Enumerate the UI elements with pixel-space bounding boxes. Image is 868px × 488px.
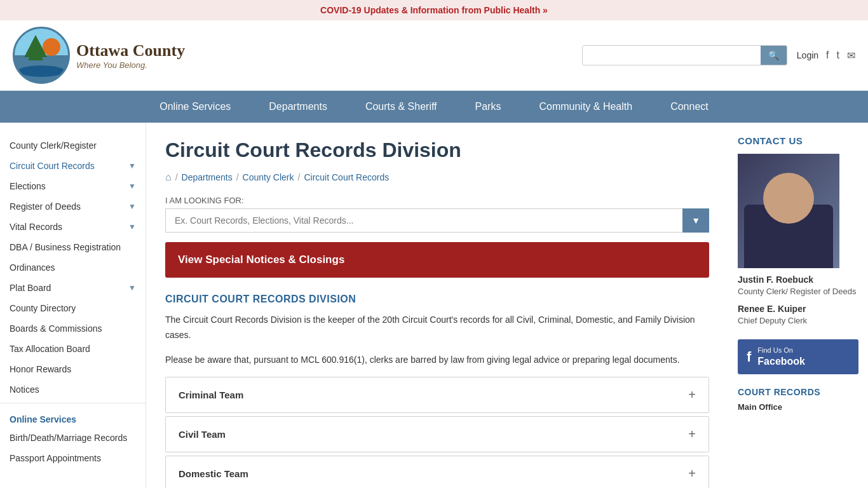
breadcrumb-departments[interactable]: Departments bbox=[182, 172, 233, 182]
nav-connect[interactable]: Connect bbox=[651, 91, 728, 123]
accordion-domestic-title: Domestic Team bbox=[179, 468, 248, 479]
sidebar-divider bbox=[0, 403, 146, 403]
logo-wave-icon bbox=[18, 65, 65, 77]
accordion-criminal-header[interactable]: Criminal Team + bbox=[166, 377, 709, 412]
site-tagline: Where You Belong. bbox=[76, 60, 185, 70]
breadcrumb-sep-1: / bbox=[175, 172, 178, 182]
site-name: Ottawa County bbox=[76, 41, 185, 60]
search-widget-dropdown-btn[interactable]: ▼ bbox=[682, 208, 709, 233]
sidebar-item-plat-board[interactable]: Plat Board ▼ bbox=[0, 278, 146, 298]
breadcrumb-home-icon[interactable]: ⌂ bbox=[165, 172, 172, 183]
breadcrumb-county-clerk[interactable]: County Clerk bbox=[243, 172, 294, 182]
right-sidebar: CONTACT US Justin F. Roebuck County Cler… bbox=[728, 123, 868, 488]
top-banner: COVID-19 Updates & Information from Publ… bbox=[0, 0, 868, 20]
sidebar-arrow-vital: ▼ bbox=[128, 222, 136, 231]
facebook-f-icon: f bbox=[747, 349, 751, 365]
header: Ottawa County Where You Belong. 🔍 Login … bbox=[0, 20, 868, 91]
logo-tree-icon bbox=[24, 35, 47, 57]
page-title: Circuit Court Records Division bbox=[165, 139, 709, 162]
main-nav: Online Services Departments Courts & She… bbox=[0, 91, 868, 123]
facebook-find-us-label: Find Us On bbox=[757, 346, 805, 355]
sidebar-item-county-clerk[interactable]: County Clerk/Register bbox=[0, 135, 146, 156]
search-widget-row: ▼ bbox=[165, 208, 709, 233]
search-widget-input[interactable] bbox=[165, 208, 682, 233]
header-actions: Login f t ✉ bbox=[797, 50, 855, 62]
facebook-icon[interactable]: f bbox=[826, 50, 829, 61]
header-right: 🔍 Login f t ✉ bbox=[582, 45, 855, 65]
accordion-criminal-title: Criminal Team bbox=[179, 390, 243, 400]
sidebar-arrow-elections: ▼ bbox=[128, 182, 136, 191]
accordion-civil[interactable]: Civil Team + bbox=[165, 416, 709, 452]
header-search-button[interactable]: 🔍 bbox=[761, 46, 787, 65]
sidebar-item-tax-allocation[interactable]: Tax Allocation Board bbox=[0, 339, 146, 359]
search-widget-label: I AM LOOKING FOR: bbox=[165, 196, 709, 205]
sidebar-item-honor-rewards[interactable]: Honor Rewards bbox=[0, 359, 146, 379]
accordion-civil-title: Civil Team bbox=[179, 429, 226, 440]
nav-departments[interactable]: Departments bbox=[250, 91, 346, 123]
contact-head-shape bbox=[763, 173, 814, 224]
sidebar-online-services-title: Online Services bbox=[0, 407, 146, 428]
breadcrumb-sep-2: / bbox=[236, 172, 239, 182]
accordion-civil-header[interactable]: Civil Team + bbox=[166, 417, 709, 452]
breadcrumb: ⌂ / Departments / County Clerk / Circuit… bbox=[165, 172, 709, 183]
contact-name-2: Renee E. Kuiper bbox=[738, 304, 858, 314]
nav-community-health[interactable]: Community & Health bbox=[520, 91, 651, 123]
twitter-icon[interactable]: t bbox=[837, 50, 839, 61]
sidebar-arrow-deeds: ▼ bbox=[128, 202, 136, 211]
logo-area: Ottawa County Where You Belong. bbox=[13, 27, 185, 84]
sidebar-item-county-directory[interactable]: County Directory bbox=[0, 298, 146, 318]
contact-title: CONTACT US bbox=[738, 135, 858, 146]
sidebar-arrow-circuit: ▼ bbox=[128, 161, 136, 170]
court-records-title: Court Records bbox=[738, 387, 858, 397]
sidebar-item-birth-records[interactable]: Birth/Death/Marriage Records bbox=[0, 428, 146, 448]
sidebar-item-register-deeds[interactable]: Register of Deeds ▼ bbox=[0, 196, 146, 217]
header-search-input[interactable] bbox=[583, 46, 761, 65]
search-widget: I AM LOOKING FOR: ▼ bbox=[165, 196, 709, 233]
contact-photo bbox=[738, 154, 839, 268]
section-heading: CIRCUIT COURT RECORDS DIVISION bbox=[165, 294, 709, 305]
contact-section: CONTACT US Justin F. Roebuck County Cler… bbox=[738, 135, 858, 327]
accordion-criminal[interactable]: Criminal Team + bbox=[165, 377, 709, 413]
left-sidebar: County Clerk/Register Circuit Court Reco… bbox=[0, 123, 146, 488]
contact-role-1: County Clerk/ Register of Deeds bbox=[738, 286, 858, 297]
facebook-box[interactable]: f Find Us On Facebook bbox=[738, 339, 858, 374]
sidebar-item-elections[interactable]: Elections ▼ bbox=[0, 176, 146, 196]
breadcrumb-sep-3: / bbox=[298, 172, 301, 182]
logo-text: Ottawa County Where You Belong. bbox=[76, 41, 185, 70]
contact-role-2: Chief Deputy Clerk bbox=[738, 315, 858, 327]
main-layout: County Clerk/Register Circuit Court Reco… bbox=[0, 123, 868, 488]
header-search-form: 🔍 bbox=[582, 45, 787, 65]
accordion-civil-plus-icon: + bbox=[688, 427, 696, 442]
sidebar-item-ordinances[interactable]: Ordinances bbox=[0, 257, 146, 278]
sidebar-item-boards[interactable]: Boards & Commissions bbox=[0, 318, 146, 339]
accordion-domestic-header[interactable]: Domestic Team + bbox=[166, 456, 709, 488]
sidebar-item-notices[interactable]: Notices bbox=[0, 379, 146, 400]
body-paragraph-1: The Circuit Court Records Division is th… bbox=[165, 313, 709, 343]
covid-banner-link[interactable]: COVID-19 Updates & Information from Publ… bbox=[320, 5, 548, 15]
breadcrumb-current: Circuit Court Records bbox=[304, 172, 389, 182]
contact-name-1: Justin F. Roebuck bbox=[738, 274, 858, 285]
nav-online-services[interactable]: Online Services bbox=[140, 91, 250, 123]
email-icon[interactable]: ✉ bbox=[847, 50, 855, 62]
accordion-domestic[interactable]: Domestic Team + bbox=[165, 456, 709, 488]
accordion-domestic-plus-icon: + bbox=[688, 466, 696, 481]
main-office-label: Main Office bbox=[738, 402, 858, 412]
main-content: Circuit Court Records Division ⌂ / Depar… bbox=[146, 123, 728, 488]
body-paragraph-2: Please be aware that, pursuant to MCL 60… bbox=[165, 353, 709, 368]
login-link[interactable]: Login bbox=[797, 50, 818, 60]
sidebar-arrow-plat: ▼ bbox=[128, 283, 136, 292]
logo-circle bbox=[13, 27, 70, 84]
facebook-text: Find Us On Facebook bbox=[757, 346, 805, 368]
facebook-label: Facebook bbox=[757, 355, 805, 369]
notice-banner[interactable]: View Special Notices & Closings bbox=[165, 242, 709, 278]
nav-parks[interactable]: Parks bbox=[456, 91, 520, 123]
sidebar-item-vital-records[interactable]: Vital Records ▼ bbox=[0, 217, 146, 237]
accordion-criminal-plus-icon: + bbox=[688, 388, 696, 402]
sidebar-item-passport[interactable]: Passport Appointments bbox=[0, 448, 146, 468]
sidebar-item-circuit-court[interactable]: Circuit Court Records ▼ bbox=[0, 156, 146, 176]
nav-courts-sheriff[interactable]: Courts & Sheriff bbox=[346, 91, 456, 123]
sidebar-item-dba[interactable]: DBA / Business Registration bbox=[0, 237, 146, 257]
